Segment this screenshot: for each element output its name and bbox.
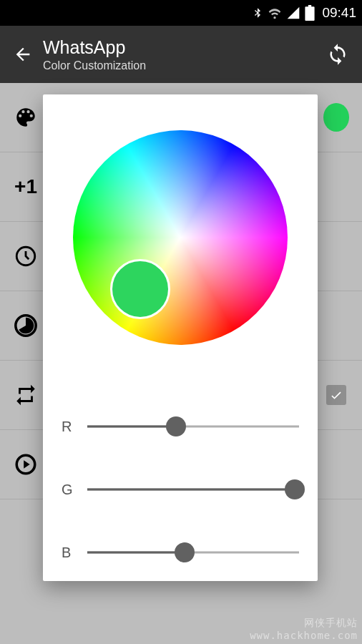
slider-label: B — [62, 545, 87, 561]
battery-icon — [305, 5, 315, 21]
checkbox[interactable] — [323, 382, 349, 408]
palette-icon — [13, 104, 39, 130]
slider-label: G — [62, 482, 87, 498]
clock-icon — [13, 243, 39, 269]
slider-row-r: R — [62, 395, 299, 458]
slider-thumb[interactable] — [175, 542, 195, 562]
page-subtitle: Color Customization — [43, 59, 322, 72]
slider-g[interactable] — [87, 479, 299, 499]
page-title: WhatsApp — [43, 37, 322, 58]
color-wheel[interactable] — [73, 130, 288, 345]
play-circle-icon — [13, 452, 39, 477]
back-button[interactable] — [9, 44, 37, 64]
color-wheel-handle[interactable] — [110, 259, 170, 319]
watermark: 网侠手机站 www.hackhome.com — [250, 617, 358, 641]
slider-label: R — [62, 419, 87, 435]
cellular-icon — [286, 6, 300, 20]
bluetooth-icon — [252, 6, 263, 20]
timelapse-icon — [13, 313, 39, 338]
app-bar: WhatsApp Color Customization — [0, 26, 362, 83]
slider-r[interactable] — [87, 416, 299, 436]
slider-row-b: B — [62, 521, 299, 584]
color-picker-dialog: R G B — [43, 94, 318, 581]
repeat-icon — [13, 382, 39, 408]
slider-thumb[interactable] — [166, 416, 186, 436]
sync-button[interactable] — [322, 43, 353, 66]
status-bar: 09:41 — [0, 0, 362, 26]
slider-row-g: G — [62, 458, 299, 521]
checkbox-checked — [326, 385, 346, 405]
color-swatch[interactable] — [323, 104, 349, 130]
wifi-icon — [268, 6, 282, 20]
slider-b[interactable] — [87, 542, 299, 562]
plus-one-icon: +1 — [13, 174, 39, 200]
slider-thumb[interactable] — [285, 479, 305, 499]
status-time: 09:41 — [322, 5, 356, 21]
